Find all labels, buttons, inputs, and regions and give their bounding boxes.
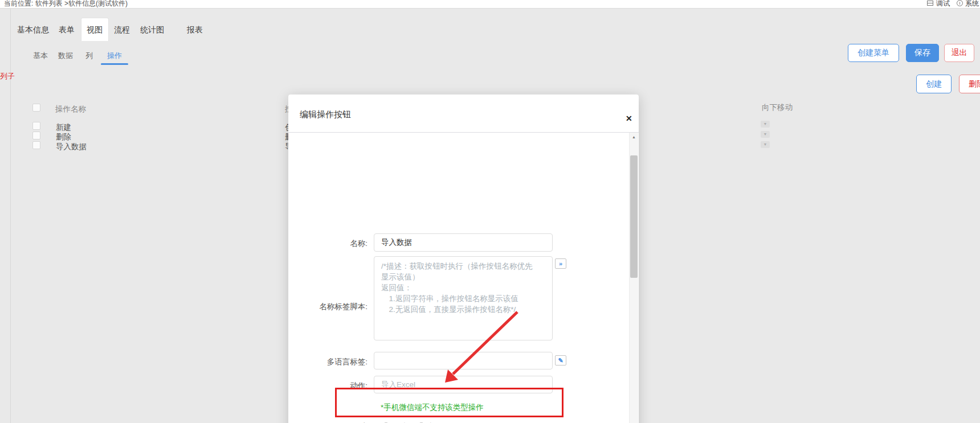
move-down-icon[interactable]: ▼ (761, 141, 770, 148)
delete-button[interactable]: 删除 (959, 75, 980, 93)
script-placeholder-line: 显示该值） (381, 272, 545, 282)
create-menu-button[interactable]: 创建菜单 (848, 44, 899, 62)
row-checkbox[interactable] (32, 122, 40, 130)
table-row-new[interactable]: 新建 (56, 122, 71, 133)
tab-flow[interactable]: 流程 (114, 25, 130, 35)
column-header-operation-name: 操作名称 (55, 104, 86, 114)
name-input[interactable]: 导入数据 (374, 233, 553, 252)
dialog-title: 编辑操作按钮 (300, 109, 351, 120)
side-label: 列子 (0, 71, 15, 81)
system-link[interactable]: 系统 (965, 0, 979, 9)
scroll-up-icon[interactable]: ▲ (632, 135, 636, 139)
script-placeholder-line: 2.无返回值，直接显示操作按钮名称*/ (381, 304, 545, 315)
save-button[interactable]: 保存 (906, 44, 939, 62)
tab-form[interactable]: 表单 (59, 25, 75, 35)
name-label: 名称: (273, 239, 368, 249)
script-placeholder-line: 1.返回字符串，操作按钮名称显示该值 (381, 293, 545, 304)
row-checkbox[interactable] (32, 141, 40, 149)
multilang-edit-icon[interactable]: ✎ (555, 355, 566, 365)
debug-link[interactable]: 调试 (936, 0, 950, 9)
tab-chart[interactable]: 统计图 (140, 25, 164, 35)
multilang-input[interactable] (374, 352, 553, 369)
create-button[interactable]: 创建 (916, 75, 952, 93)
exit-button[interactable]: 退出 (944, 44, 974, 62)
name-script-textarea[interactable]: /*描述：获取按钮时执行（操作按钮名称优先 显示该值） 返回值： 1.返回字符串… (374, 256, 553, 340)
edit-operation-button-dialog: 编辑操作按钮 ✕ ▲ 名称: 导入数据 名称标签脚本: /*描述：获取按钮时执行… (288, 95, 639, 423)
name-script-label: 名称标签脚本: (273, 302, 368, 312)
debug-icon[interactable] (927, 1, 933, 6)
move-down-icon[interactable]: ▼ (761, 121, 770, 128)
script-placeholder-line: 返回值： (381, 282, 545, 293)
tab-basic-info[interactable]: 基本信息 (17, 25, 49, 35)
move-down-icon[interactable]: ▼ (761, 131, 770, 138)
table-row-delete[interactable]: 删除 (56, 132, 71, 142)
row-checkbox[interactable] (32, 132, 40, 139)
subtab-operation[interactable]: 操作 (107, 51, 122, 61)
page: 当前位置: 软件列表 >软件信息(测试软件) 调试 i 系统 基本信息 表单 视… (0, 0, 980, 423)
info-icon: i (957, 0, 963, 6)
scrollbar-thumb[interactable] (630, 155, 638, 278)
subtab-data[interactable]: 数据 (58, 51, 73, 61)
tab-report[interactable]: 报表 (187, 25, 203, 35)
subtab-column[interactable]: 列 (85, 51, 93, 61)
subtab-active-underline (101, 63, 128, 65)
table-row-import[interactable]: 导入数据 (56, 142, 87, 152)
breadcrumb: 当前位置: 软件列表 >软件信息(测试软件) (4, 0, 128, 9)
tab-view[interactable]: 视图 (87, 25, 103, 35)
column-header-move-down: 向下移动 (762, 102, 793, 113)
dialog-header-divider (288, 132, 639, 133)
script-editor-icon[interactable]: » (555, 258, 566, 269)
top-bar: 当前位置: 软件列表 >软件信息(测试软件) 调试 i 系统 (0, 0, 980, 9)
red-highlight-box (335, 388, 564, 417)
script-placeholder-line: /*描述：获取按钮时执行（操作按钮名称优先 (381, 261, 545, 272)
multilang-label: 多语言标签: (273, 357, 368, 367)
dialog-scrollbar[interactable]: ▲ (629, 133, 638, 423)
subtab-basic[interactable]: 基本 (33, 51, 48, 61)
select-all-checkbox[interactable] (32, 104, 40, 112)
close-icon[interactable]: ✕ (626, 114, 632, 123)
